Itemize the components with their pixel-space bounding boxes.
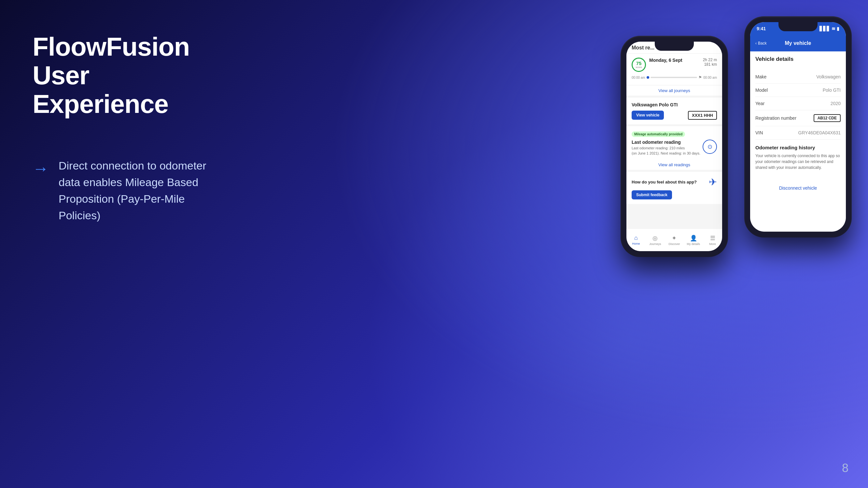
year-label: Year: [755, 101, 765, 106]
model-row: Model Polo GTI: [755, 84, 841, 97]
discover-icon: ✦: [672, 234, 677, 242]
vehicle-card: Volkswagen Polo GTI View vehicle XXX1 HH…: [626, 98, 722, 124]
status-icons: ▋▋▋ ≋ ▮: [819, 26, 839, 31]
back-button[interactable]: ‹ Back: [755, 41, 767, 45]
nav-my-details[interactable]: 👤 My details: [684, 229, 703, 251]
odo-reading: Last odometer reading: 210 miles: [632, 146, 700, 150]
journey-stats: 2h 22 m 181 km: [703, 58, 717, 67]
arrow-icon: →: [33, 159, 49, 178]
nav-home-label: Home: [632, 242, 640, 245]
my-details-icon: 👤: [690, 234, 697, 242]
mileage-badge: Mileage automatically provided: [632, 131, 685, 137]
model-label: Model: [755, 88, 768, 93]
feedback-card: How do you feel about this app? ✈ Submit…: [626, 172, 722, 204]
phone-1-shell: Most re... 75 score Monday, 6 Sept 2h 22…: [621, 36, 728, 257]
status-time: 9:41: [757, 26, 766, 31]
nav-home[interactable]: ⌂ Home: [626, 229, 646, 251]
score-label: score: [636, 66, 642, 69]
year-value: 2020: [831, 101, 841, 106]
vin-label: VIN: [755, 130, 763, 135]
nav-journeys[interactable]: ◎ Journeys: [646, 229, 665, 251]
more-icon: ☰: [710, 234, 715, 242]
phone-1-notch: [655, 42, 694, 51]
odo-title: Last odometer reading: [632, 139, 700, 145]
back-label: Back: [758, 41, 767, 45]
make-label: Make: [755, 74, 767, 79]
vehicle-name: Volkswagen Polo GTI: [632, 102, 717, 107]
odo-icon: ⊙: [703, 139, 717, 154]
view-vehicle-button[interactable]: View vehicle: [632, 110, 664, 120]
odo-history-desc: Your vehicle is currently connected to t…: [755, 153, 841, 170]
phone-2-notch: [778, 22, 817, 31]
make-row: Make Volkswagen: [755, 70, 841, 84]
submit-feedback-button[interactable]: Submit feedback: [632, 190, 672, 199]
score-circle: 75 score: [632, 58, 646, 72]
bottom-nav: ⌂ Home ◎ Journeys ✦ Discover 👤 My detail…: [626, 228, 722, 251]
journey-date: Monday, 6 Sept: [649, 58, 703, 63]
view-all-readings-link[interactable]: View all readings: [626, 160, 722, 170]
disconnect-vehicle-link[interactable]: Disconnect vehicle: [755, 180, 841, 196]
main-title: FloowFusion User Experience: [33, 33, 221, 119]
paper-plane-icon: ✈: [709, 176, 717, 188]
back-chevron-icon: ‹: [755, 41, 757, 45]
journey-timeline: 00:00 am ⚑ 00:00 am: [632, 75, 717, 80]
nav-journeys-label: Journeys: [649, 242, 661, 246]
odo-history-title: Odometer reading history: [755, 145, 841, 150]
left-section: FloowFusion User Experience → Direct con…: [33, 33, 221, 224]
journey-info: Monday, 6 Sept: [649, 58, 703, 63]
nav-more[interactable]: ☰ More: [703, 229, 722, 251]
home-icon: ⌂: [634, 234, 638, 241]
phone-1-screen: Most re... 75 score Monday, 6 Sept 2h 22…: [626, 42, 722, 251]
make-value: Volkswagen: [816, 74, 841, 79]
journeys-icon: ◎: [652, 234, 658, 242]
view-all-journeys-link[interactable]: View all journeys: [626, 86, 722, 96]
vehicle-details-section-title: Vehicle details: [755, 56, 841, 65]
reg-plate-box: AB12 CDE: [814, 114, 841, 122]
nav-discover[interactable]: ✦ Discover: [665, 229, 684, 251]
year-row: Year 2020: [755, 97, 841, 110]
reg-label: Registration number: [755, 116, 796, 121]
odo-next: (on June 1 2021). Next reading: in 30 da…: [632, 151, 700, 155]
phone-2-screen: 9:41 ▋▋▋ ≋ ▮ ‹ Back My vehicle Vehicle d…: [750, 22, 846, 232]
vehicle-details-content: Vehicle details Make Volkswagen Model Po…: [750, 52, 846, 232]
page-number: 8: [842, 461, 848, 475]
nav-title-my-vehicle: My vehicle: [785, 40, 811, 46]
vin-value: GRY46DE0A04X631: [798, 130, 841, 135]
model-value: Polo GTI: [823, 88, 841, 93]
nav-more-label: More: [709, 242, 716, 246]
nav-discover-label: Discover: [669, 242, 680, 246]
feature-text: Direct connection to odometer data enabl…: [59, 158, 221, 224]
feature-item: → Direct connection to odometer data ena…: [33, 158, 221, 224]
vehicle-plate: XXX1 HHH: [688, 111, 717, 120]
odometer-card: Mileage automatically provided Last odom…: [626, 126, 722, 160]
vin-row: VIN GRY46DE0A04X631: [755, 126, 841, 139]
phone-2-shell: 9:41 ▋▋▋ ≋ ▮ ‹ Back My vehicle Vehicle d…: [744, 16, 852, 237]
feedback-question: How do you feel about this app?: [632, 180, 697, 185]
phones-container: Most re... 75 score Monday, 6 Sept 2h 22…: [621, 16, 852, 257]
nav-header-2: ‹ Back My vehicle: [750, 35, 846, 52]
score-number: 75: [636, 61, 642, 66]
nav-my-details-label: My details: [687, 242, 700, 246]
journey-card: 75 score Monday, 6 Sept 2h 22 m 181 km 0…: [626, 54, 722, 85]
reg-row: Registration number AB12 CDE: [755, 110, 841, 126]
